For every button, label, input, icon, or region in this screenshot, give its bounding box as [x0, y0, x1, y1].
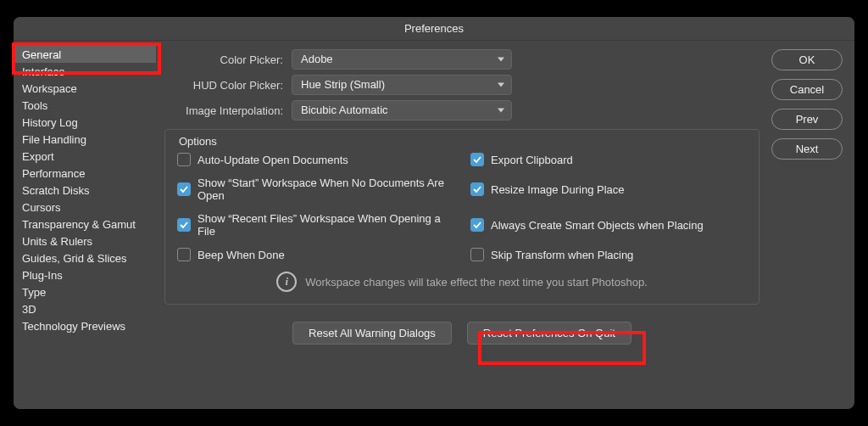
prev-button[interactable]: Prev [771, 109, 843, 130]
option-checkbox[interactable]: Resize Image During Place [470, 177, 747, 202]
image-interpolation-row: Image Interpolation: Bicubic Automatic [164, 100, 760, 121]
checkbox-box [177, 248, 191, 261]
checkmark-icon [470, 182, 484, 196]
option-checkbox[interactable]: Show “Recent Files” Workspace When Openi… [177, 212, 453, 238]
option-label: Skip Transform when Placing [491, 249, 633, 261]
options-grid: Auto-Update Open DocumentsExport Clipboa… [177, 153, 747, 261]
color-picker-select[interactable]: Adobe [292, 49, 512, 70]
sidebar-item[interactable]: Workspace [14, 80, 156, 97]
image-interpolation-select[interactable]: Bicubic Automatic [292, 100, 512, 121]
hud-color-picker-select[interactable]: Hue Strip (Small) [292, 75, 512, 95]
sidebar-item[interactable]: Units & Rulers [14, 233, 156, 249]
sidebar-item[interactable]: Plug-Ins [14, 266, 156, 283]
hud-color-picker-label: HUD Color Picker: [164, 79, 283, 92]
option-checkbox[interactable]: Always Create Smart Objects when Placing [470, 212, 747, 238]
sidebar-item[interactable]: Tools [14, 97, 156, 114]
reset-warnings-button[interactable]: Reset All Warning Dialogs [292, 322, 452, 345]
option-label: Show “Recent Files” Workspace When Openi… [198, 212, 453, 238]
image-interpolation-label: Image Interpolation: [164, 104, 283, 117]
options-fieldset: Options Auto-Update Open DocumentsExport… [164, 129, 760, 305]
sidebar-item[interactable]: Scratch Disks [14, 182, 156, 199]
preferences-window: Preferences GeneralInterfaceWorkspaceToo… [14, 17, 854, 409]
content-area: Color Picker: Adobe HUD Color Picker: Hu… [156, 41, 771, 409]
info-text: Workspace changes will take effect the n… [305, 276, 647, 289]
sidebar-item[interactable]: File Handling [14, 131, 156, 148]
option-checkbox[interactable]: Export Clipboard [470, 153, 747, 166]
window-body: GeneralInterfaceWorkspaceToolsHistory Lo… [14, 41, 854, 409]
option-label: Show “Start” Workspace When No Documents… [198, 177, 453, 202]
right-button-column: OK Cancel Prev Next [771, 41, 854, 409]
options-legend: Options [177, 135, 747, 151]
option-checkbox[interactable]: Beep When Done [177, 248, 453, 261]
color-picker-label: Color Picker: [164, 53, 283, 66]
option-label: Export Clipboard [491, 154, 573, 166]
checkmark-icon [470, 218, 484, 232]
checkmark-icon [470, 153, 484, 166]
sidebar-item[interactable]: Transparency & Gamut [14, 216, 156, 233]
option-label: Resize Image During Place [491, 183, 625, 196]
category-sidebar: GeneralInterfaceWorkspaceToolsHistory Lo… [14, 41, 156, 409]
checkmark-icon [177, 218, 191, 232]
checkbox-box [177, 153, 191, 166]
info-row: i Workspace changes will take effect the… [177, 272, 747, 292]
sidebar-item[interactable]: Interface [14, 63, 156, 80]
sidebar-item[interactable]: Technology Previews [14, 317, 156, 334]
info-icon: i [276, 272, 297, 292]
option-checkbox[interactable]: Show “Start” Workspace When No Documents… [177, 177, 453, 202]
option-label: Auto-Update Open Documents [198, 154, 348, 166]
sidebar-item[interactable]: History Log [14, 114, 156, 131]
checkmark-icon [177, 182, 191, 196]
window-title: Preferences [14, 17, 854, 41]
color-picker-row: Color Picker: Adobe [164, 49, 760, 70]
option-checkbox[interactable]: Skip Transform when Placing [470, 248, 747, 261]
sidebar-item[interactable]: General [14, 46, 156, 63]
sidebar-item[interactable]: Type [14, 283, 156, 300]
ok-button[interactable]: OK [771, 49, 843, 70]
option-label: Beep When Done [198, 249, 285, 261]
next-button[interactable]: Next [771, 138, 843, 160]
hud-color-picker-row: HUD Color Picker: Hue Strip (Small) [164, 75, 760, 95]
checkbox-box [470, 248, 484, 261]
sidebar-item[interactable]: Export [14, 148, 156, 165]
sidebar-item[interactable]: Cursors [14, 199, 156, 216]
option-label: Always Create Smart Objects when Placing [491, 219, 704, 232]
sidebar-item[interactable]: Performance [14, 165, 156, 182]
bottom-buttons: Reset All Warning Dialogs Reset Preferen… [164, 322, 760, 345]
sidebar-item[interactable]: 3D [14, 300, 156, 317]
reset-prefs-button[interactable]: Reset Preferences On Quit [467, 322, 632, 345]
sidebar-item[interactable]: Guides, Grid & Slices [14, 249, 156, 266]
cancel-button[interactable]: Cancel [771, 79, 843, 100]
option-checkbox[interactable]: Auto-Update Open Documents [177, 153, 453, 166]
